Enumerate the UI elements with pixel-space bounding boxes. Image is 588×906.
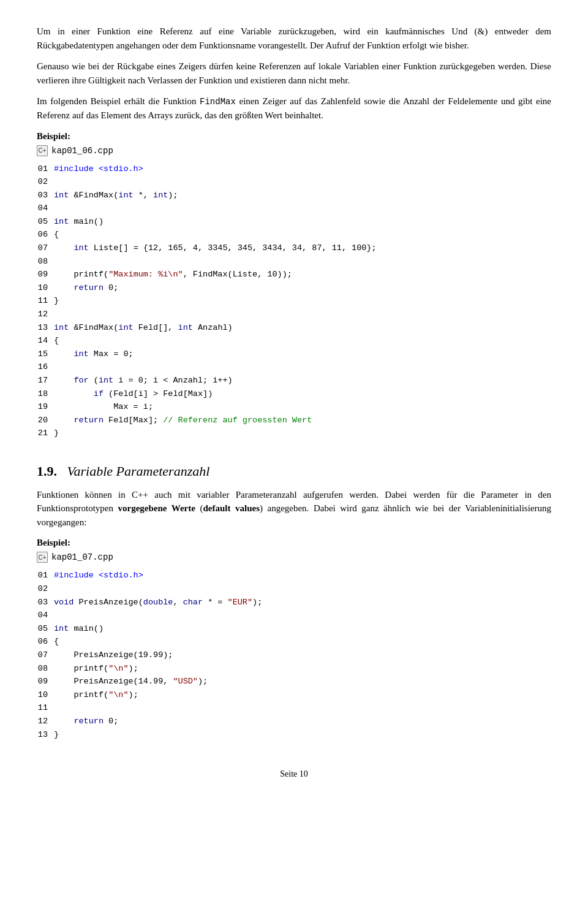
code2-line-06: 06 { (37, 635, 551, 649)
code2-line-12: 12 return 0; (37, 715, 551, 728)
file-icon-2: C+ (37, 552, 48, 563)
code2-line-11: 11 (37, 701, 551, 715)
code2-line-01: 01 #include <stdio.h> (37, 569, 551, 582)
code-line-03: 03 int &FindMax(int *, int); (37, 189, 551, 202)
code-line-06: 06 { (37, 228, 551, 242)
example1-label: Beispiel: (37, 131, 551, 142)
code-line-10: 10 return 0; (37, 281, 551, 295)
code-line-11: 11 } (37, 294, 551, 308)
filename-1-text: kap01_06.cpp (51, 146, 113, 156)
page-footer: Seite 10 (37, 769, 551, 779)
code2-line-13: 13 } (37, 728, 551, 742)
section-heading: 1.9. Variable Parameteranzahl (37, 463, 551, 479)
code2-line-07: 07 PreisAnzeige(19.99); (37, 649, 551, 662)
paragraph-3: Im folgenden Beispiel erhält die Funktio… (37, 94, 551, 123)
section-number: 1.9. (37, 463, 57, 479)
code-line-19: 19 Max = i; (37, 400, 551, 414)
code-line-16: 16 (37, 360, 551, 374)
page-number: Seite 10 (280, 769, 308, 778)
code-line-20: 20 return Feld[Max]; // Referenz auf gro… (37, 414, 551, 427)
code-line-14: 14 { (37, 334, 551, 348)
code-line-09: 09 printf("Maximum: %i\n", FindMax(Liste… (37, 268, 551, 281)
code2-line-10: 10 printf("\n"); (37, 688, 551, 702)
code-line-18: 18 if (Feld[i] > Feld[Max]) (37, 387, 551, 401)
file-icon-1: C+ (37, 145, 48, 156)
code-line-01: 01 #include <stdio.h> (37, 162, 551, 176)
code-line-08: 08 (37, 255, 551, 268)
example1-filename: C+ kap01_06.cpp (37, 145, 551, 156)
example2-label: Beispiel: (37, 538, 551, 548)
code-line-05: 05 int main() (37, 215, 551, 229)
code2-line-03: 03 void PreisAnzeige(double, char * = "E… (37, 596, 551, 609)
code-line-21: 21 } (37, 427, 551, 440)
example2-filename: C+ kap01_07.cpp (37, 552, 551, 563)
code2-line-04: 04 (37, 609, 551, 622)
code-line-17: 17 for (int i = 0; i < Anzahl; i++) (37, 374, 551, 387)
code-block-2: 01 #include <stdio.h> 02 03 void PreisAn… (37, 565, 551, 745)
code-line-12: 12 (37, 308, 551, 321)
code-line-07: 07 int Liste[] = {12, 165, 4, 3345, 345,… (37, 242, 551, 255)
code2-line-02: 02 (37, 582, 551, 596)
code-line-04: 04 (37, 202, 551, 215)
section-title: Variable Parameteranzahl (67, 463, 210, 479)
code-line-15: 15 int Max = 0; (37, 348, 551, 361)
code-line-02: 02 (37, 175, 551, 189)
paragraph-1: Um in einer Funktion eine Referenz auf e… (37, 25, 551, 52)
code2-line-08: 08 printf("\n"); (37, 662, 551, 676)
code2-line-05: 05 int main() (37, 622, 551, 636)
code-line-13: 13 int &FindMax(int Feld[], int Anzahl) (37, 321, 551, 335)
code2-line-09: 09 PreisAnzeige(14.99, "USD"); (37, 675, 551, 688)
code-block-1: 01 #include <stdio.h> 02 03 int &FindMax… (37, 159, 551, 444)
section-paragraph-1: Funktionen können in C++ auch mit variab… (37, 488, 551, 530)
paragraph-2: Genauso wie bei der Rückgabe eines Zeige… (37, 59, 551, 87)
filename-2-text: kap01_07.cpp (51, 552, 113, 562)
